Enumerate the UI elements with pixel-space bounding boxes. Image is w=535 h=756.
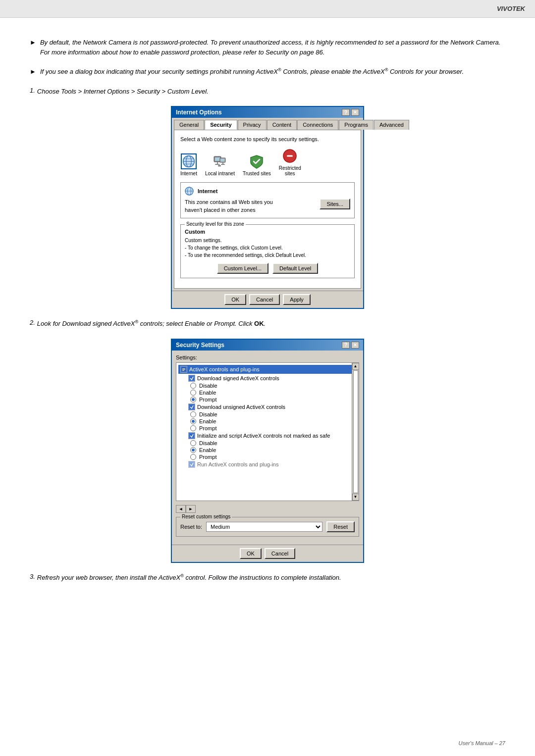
radio-circle-disable-1[interactable] — [190, 383, 196, 389]
subcategory-icon-4 — [188, 461, 195, 468]
scroll-down-arrow[interactable]: ▼ — [352, 494, 359, 501]
svg-rect-15 — [287, 155, 293, 157]
settings-indent: Download signed ActiveX controls Disable… — [178, 375, 357, 468]
radio-prompt-1[interactable]: Prompt — [188, 397, 357, 403]
radio-circle-enable-3[interactable] — [190, 447, 196, 453]
zone-name: Internet — [198, 188, 217, 194]
settings-label: Settings: — [176, 354, 359, 360]
zone-local[interactable]: Local intranet — [205, 153, 235, 176]
svg-rect-12 — [221, 164, 225, 165]
radio-enable-3[interactable]: Enable — [188, 447, 357, 453]
radio-circle-prompt-3[interactable] — [190, 454, 196, 460]
radio-circle-prompt-2[interactable] — [190, 425, 196, 431]
subcategory-download-unsigned: Download unsigned ActiveX controls — [188, 403, 357, 410]
radio-disable-1[interactable]: Disable — [188, 383, 357, 389]
radio-label-disable-2: Disable — [199, 411, 217, 417]
bullet-arrow-2: ► — [30, 68, 36, 75]
nav-right-button[interactable]: ► — [186, 505, 196, 513]
tab-privacy[interactable]: Privacy — [238, 120, 267, 130]
zone-description-box: Internet This zone contains all Web site… — [180, 182, 355, 218]
radio-circle-prompt-1[interactable] — [190, 397, 196, 403]
settings-list: ActiveX controls and plug-ins Download s… — [176, 362, 359, 501]
radio-circle-enable-1[interactable] — [190, 390, 196, 396]
radio-circle-enable-2[interactable] — [190, 418, 196, 424]
reset-button[interactable]: Reset — [326, 521, 355, 532]
reset-label: Reset to: — [180, 524, 202, 530]
radio-prompt-2[interactable]: Prompt — [188, 425, 357, 431]
svg-rect-13 — [218, 165, 221, 166]
custom-level-button[interactable]: Custom Level... — [217, 263, 268, 274]
sec-dialog-footer: OK Cancel — [172, 545, 363, 562]
page-content: ► By default, the Network Camera is not … — [0, 18, 535, 756]
subcategory-icon-2 — [188, 403, 195, 410]
scrollbar[interactable]: ▲ ▼ — [352, 363, 359, 501]
subcategory-run: Run ActiveX controls and plug-ins — [188, 461, 357, 468]
radio-label-prompt-3: Prompt — [199, 454, 216, 460]
step-2: 2. Look for Download signed ActiveX® con… — [30, 319, 505, 329]
svg-rect-20 — [182, 368, 185, 369]
reset-select[interactable]: Medium Low High — [206, 522, 322, 532]
tab-content[interactable]: Content — [267, 120, 297, 130]
security-level-group: Security level for this zone Custom Cust… — [180, 224, 355, 278]
radio-disable-2[interactable]: Disable — [188, 411, 357, 417]
svg-rect-8 — [220, 159, 224, 161]
tab-programs[interactable]: Programs — [339, 120, 374, 130]
step-number-3: 3. — [30, 573, 35, 580]
radio-label-enable-1: Enable — [199, 390, 216, 396]
zone-internet-label: Internet — [180, 171, 197, 176]
zone-trusted-label: Trusted sites — [243, 171, 271, 176]
subcategory-label-2: Download unsigned ActiveX controls — [197, 404, 285, 410]
tab-connections[interactable]: Connections — [297, 120, 338, 130]
sec-cancel-button[interactable]: Cancel — [265, 548, 295, 559]
subcategory-label-4: Run ActiveX controls and plug-ins — [197, 461, 278, 467]
inet-options-dialog: Internet Options ? ✕ General Security Pr… — [171, 106, 364, 309]
zone-internet[interactable]: Internet — [180, 153, 197, 176]
tab-security[interactable]: Security — [205, 120, 237, 130]
radio-circle-disable-3[interactable] — [190, 440, 196, 446]
inet-tabs-row: General Security Privacy Content Connect… — [172, 118, 363, 130]
reset-group: Reset custom settings Reset to: Medium L… — [176, 517, 359, 537]
step-text-2: Look for Download signed ActiveX® contro… — [37, 319, 266, 329]
step-text-3: Refresh your web browser, then install t… — [37, 573, 341, 583]
nav-left-button[interactable]: ◄ — [176, 505, 186, 513]
category-activex-label: ActiveX controls and plug-ins — [189, 366, 260, 372]
inet-dialog-title: Internet Options — [176, 109, 222, 116]
radio-enable-2[interactable]: Enable — [188, 418, 357, 424]
tab-advanced[interactable]: Advanced — [374, 120, 409, 130]
sec-titlebar-controls: ? ✕ — [342, 342, 359, 349]
sec-titlebar-help-button[interactable]: ? — [342, 342, 350, 349]
sites-button[interactable]: Sites... — [320, 199, 350, 209]
inet-cancel-button[interactable]: Cancel — [249, 294, 280, 305]
sec-ok-button[interactable]: OK — [240, 548, 262, 559]
radio-disable-3[interactable]: Disable — [188, 440, 357, 446]
zone-trusted[interactable]: Trusted sites — [243, 153, 271, 176]
subcategory-label-1: Download signed ActiveX controls — [197, 375, 279, 381]
radio-enable-1[interactable]: Enable — [188, 390, 357, 396]
zone-restricted[interactable]: Restrictedsites — [279, 148, 301, 176]
titlebar-help-button[interactable]: ? — [342, 109, 350, 116]
subcategory-label-3: Initialize and script ActiveX controls n… — [197, 433, 330, 439]
sec-titlebar-close-button[interactable]: ✕ — [351, 342, 359, 349]
radio-label-enable-2: Enable — [199, 418, 216, 424]
scroll-thumb[interactable] — [353, 370, 358, 493]
tab-general[interactable]: General — [174, 120, 204, 130]
radio-prompt-3[interactable]: Prompt — [188, 454, 357, 460]
subcategory-initialize: Initialize and script ActiveX controls n… — [188, 432, 357, 439]
sec-dialog-title: Security Settings — [176, 342, 224, 349]
inet-apply-button[interactable]: Apply — [283, 294, 311, 305]
sec-settings-dialog-container: Security Settings ? ✕ Settings: — [30, 339, 505, 563]
inet-ok-button[interactable]: OK — [224, 294, 246, 305]
radio-circle-disable-2[interactable] — [190, 411, 196, 417]
zone-desc-text: This zone contains all Web sites youhave… — [185, 199, 273, 214]
scroll-up-arrow[interactable]: ▲ — [352, 363, 359, 370]
reset-row: Reset to: Medium Low High Reset — [180, 521, 355, 532]
default-level-button[interactable]: Default Level — [272, 263, 318, 274]
svg-rect-22 — [182, 370, 184, 371]
bullet-text-2: If you see a dialog box indicating that … — [40, 67, 464, 77]
brand-label: VIVOTEK — [497, 5, 525, 12]
inet-dialog-footer: OK Cancel Apply — [172, 291, 363, 308]
titlebar-close-button[interactable]: ✕ — [351, 109, 359, 116]
sec-settings-dialog: Security Settings ? ✕ Settings: — [171, 339, 364, 563]
svg-rect-6 — [215, 157, 220, 161]
bullet-item-1: ► By default, the Network Camera is not … — [30, 38, 505, 57]
